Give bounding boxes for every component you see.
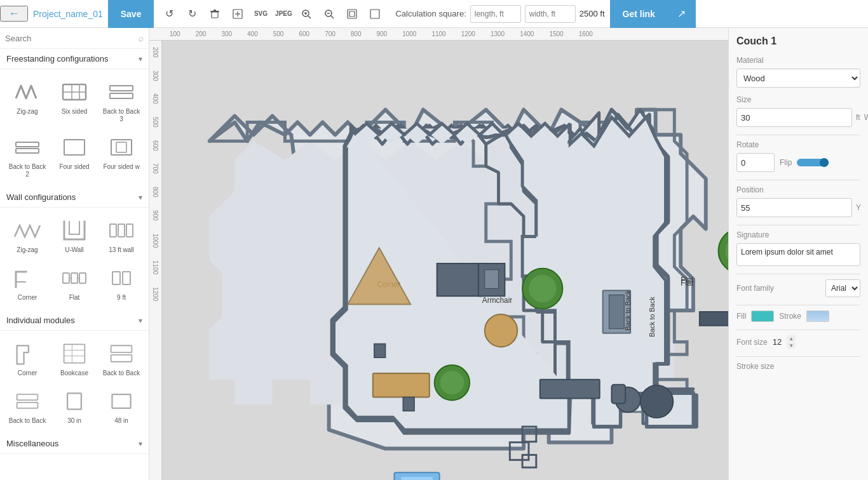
font-family-select[interactable]: Arial: [825, 279, 860, 297]
stroke-swatch[interactable]: [806, 310, 829, 322]
length-input[interactable]: [470, 5, 521, 23]
freestanding-sixsided-icon: [60, 78, 88, 106]
freestanding-foursidedw-icon: [107, 133, 135, 161]
freestanding-label: Freestanding configurations: [6, 54, 108, 63]
divider1: [736, 135, 860, 135]
sidebar-item-wall-13ft[interactable]: 13 ft wall: [99, 213, 144, 258]
sidebar-item-wall-9ft[interactable]: 9 ft: [99, 260, 144, 305]
canvas-flat-label: Flat: [681, 276, 693, 284]
svg-rect-42: [111, 355, 132, 362]
delete-button[interactable]: [205, 4, 225, 24]
export-button[interactable]: [227, 4, 248, 24]
fontsize-down-arrow[interactable]: ▼: [787, 342, 796, 349]
font-row: Font family Arial: [736, 279, 860, 297]
font-family-label: Font family: [736, 284, 774, 293]
canvas-area[interactable]: 100 200 300 400 500 600 700 800 900 1000…: [149, 28, 728, 480]
svg-rect-30: [63, 273, 69, 283]
canvas-inner[interactable]: Corner Armchair Flat Back to Back Back t…: [162, 41, 728, 480]
strokesize-label: Stroke size: [736, 362, 860, 371]
position-y-label: Y: [856, 203, 861, 212]
canvas-bush1-inner: [529, 275, 556, 302]
save-button[interactable]: Save: [108, 0, 154, 28]
undo-button[interactable]: ↺: [159, 4, 179, 24]
canvas-dark-circle: [641, 385, 673, 418]
individual-backtoback2-label: Back to Back: [9, 417, 46, 425]
sidebar-item-individual-48in[interactable]: 48 in: [99, 383, 144, 429]
share-button[interactable]: ↗: [668, 0, 696, 28]
svg-line-7: [308, 16, 311, 18]
svg-rect-37: [64, 344, 85, 363]
flip-slider[interactable]: [797, 159, 829, 166]
size-row: ft Width ft: [736, 108, 860, 127]
canvas-bush2-inner: [440, 371, 465, 395]
sidebar-item-individual-bookcase[interactable]: Bookcase: [52, 336, 97, 381]
position-row: Y: [736, 198, 860, 217]
width-input[interactable]: [525, 5, 576, 23]
project-name[interactable]: Project_name_01: [28, 9, 108, 19]
back-icon: ←: [8, 7, 20, 20]
sidebar-item-individual-backtoback[interactable]: Back to Back: [99, 336, 144, 381]
rotate-label: Rotate: [736, 140, 860, 149]
svg-button[interactable]: SVG: [250, 4, 271, 24]
wall-zigzag-label: Zig-zag: [17, 246, 37, 254]
fontsize-value: 12: [773, 337, 782, 347]
canvas-backtoback-inner: [609, 295, 625, 328]
zoom-in-button[interactable]: [296, 4, 316, 24]
search-input[interactable]: [5, 34, 139, 43]
sidebar-item-wall-uwall[interactable]: U-Wall: [52, 213, 97, 258]
individual-48in-label: 48 in: [114, 417, 128, 425]
sidebar-item-freestanding-sixsided[interactable]: Six sided: [52, 74, 97, 127]
redo-icon: ↻: [188, 8, 196, 20]
sidebar-item-individual-corner[interactable]: Corner: [5, 336, 50, 381]
jpeg-button[interactable]: JPEG: [273, 4, 294, 24]
redo-button[interactable]: ↻: [182, 4, 202, 24]
size-input[interactable]: [736, 108, 852, 127]
sidebar-item-freestanding-zigzag[interactable]: Zig-zag: [5, 74, 50, 127]
freestanding-section-header[interactable]: Freestanding configurations ▾: [0, 49, 149, 69]
getlink-button[interactable]: Get link: [610, 0, 668, 28]
size-label: Size: [736, 95, 860, 104]
individual-backtoback-label: Back to Back: [103, 370, 140, 377]
position-input[interactable]: [736, 198, 852, 217]
svg-rect-44: [17, 403, 38, 408]
material-select[interactable]: Wood: [736, 69, 860, 88]
canvas-label-armchair: Armchair: [482, 296, 512, 305]
miscellaneous-chevron: ▾: [139, 439, 142, 448]
fill-swatch[interactable]: [751, 310, 774, 322]
sidebar-item-freestanding-foursided[interactable]: Four sided: [52, 130, 97, 182]
sidebar-item-wall-zigzag[interactable]: Zig-zag: [5, 213, 50, 258]
fontsize-up-arrow[interactable]: ▲: [787, 335, 796, 342]
sidebar-item-freestanding-backtoback2[interactable]: Back to Back 2: [5, 130, 50, 182]
wall-chevron: ▾: [139, 193, 142, 202]
canvas-round-table: [485, 314, 517, 347]
sidebar-item-wall-flat[interactable]: Flat: [52, 260, 97, 305]
individual-label: Individual modules: [6, 316, 75, 325]
svg-rect-35: [112, 272, 120, 284]
wall-9ft-icon: [107, 264, 135, 292]
sidebar-item-individual-30in[interactable]: 30 in: [52, 383, 97, 429]
stroke-label: Stroke: [779, 312, 801, 321]
sidebar-item-individual-backtoback2[interactable]: Back to Back: [5, 383, 50, 429]
ruler-left: 200 300 400 500 600 700 800 900 1000 110…: [149, 41, 162, 480]
svg-rect-26: [116, 142, 126, 152]
zoom-out-button[interactable]: [319, 4, 339, 24]
select-tool-button[interactable]: [342, 4, 362, 24]
individual-grid: Corner Bookcase Back to Back: [0, 331, 149, 434]
sidebar-item-wall-corner[interactable]: Corner: [5, 260, 50, 305]
hand-tool-button[interactable]: [365, 4, 385, 24]
floor-plan-svg[interactable]: Corner Armchair Flat Back to Back Back t…: [162, 41, 728, 480]
fill-label: Fill: [736, 312, 746, 321]
rotate-input[interactable]: [736, 153, 775, 172]
sidebar-item-freestanding-backtoback3[interactable]: Back to Back 3: [99, 74, 144, 127]
individual-bookcase-label: Bookcase: [60, 370, 88, 377]
sidebar-item-freestanding-foursidedw[interactable]: Four sided w: [99, 130, 144, 182]
individual-section-header[interactable]: Individual modules ▾: [0, 310, 149, 331]
miscellaneous-section-header[interactable]: Miscellaneous ▾: [0, 434, 149, 454]
individual-30in-icon: [60, 387, 88, 415]
back-button[interactable]: ←: [0, 6, 28, 22]
svg-rect-45: [67, 393, 81, 409]
wall-section-header[interactable]: Wall configurations ▾: [0, 187, 149, 208]
signature-value[interactable]: Lorem ipsum dolor sit amet: [736, 243, 860, 266]
individual-backtoback-icon: [107, 340, 135, 368]
wall-13ft-label: 13 ft wall: [109, 246, 133, 254]
